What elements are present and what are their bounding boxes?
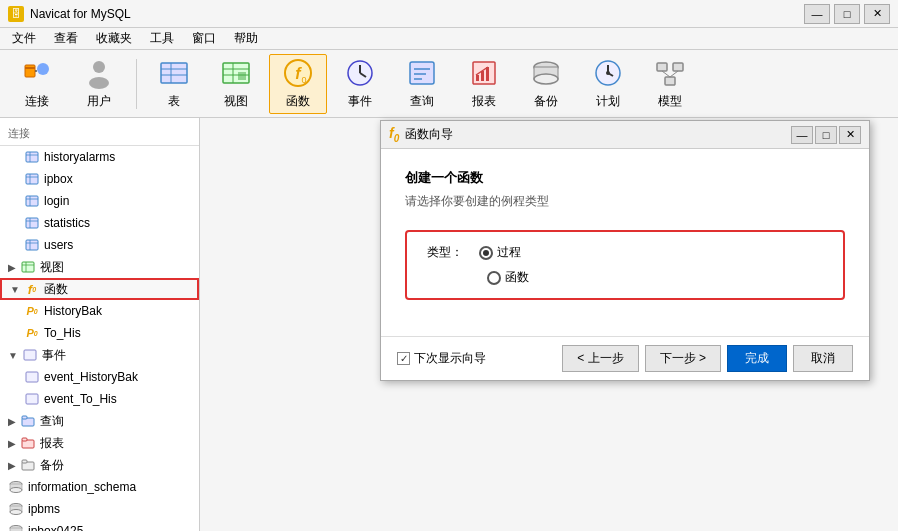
toolbar-query[interactable]: 查询 <box>393 54 451 114</box>
app-title: Navicat for MySQL <box>30 7 131 21</box>
dialog-title-text: 函数向导 <box>405 126 453 143</box>
tree-item-event-to-his[interactable]: event_To_His <box>16 388 199 410</box>
tree-item-historybak[interactable]: P0 HistoryBak <box>16 300 199 322</box>
toolbar-query-label: 查询 <box>410 93 434 110</box>
statistics-label: statistics <box>44 216 90 230</box>
toolbar-table-label: 表 <box>168 93 180 110</box>
toolbar-sep1 <box>136 59 137 109</box>
maximize-btn[interactable]: □ <box>834 4 860 24</box>
menu-favorites[interactable]: 收藏夹 <box>88 28 140 49</box>
tree-item-information-schema[interactable]: information_schema <box>0 476 199 498</box>
toolbar-view[interactable]: 视图 <box>207 54 265 114</box>
tree-item-event-historybak[interactable]: event_HistoryBak <box>16 366 199 388</box>
next-btn[interactable]: 下一步 > <box>645 345 721 372</box>
toolbar: 连接 用户 表 <box>0 50 898 118</box>
radio-procedure-label: 过程 <box>497 244 521 261</box>
tree-item-query[interactable]: ▶ 查询 <box>0 410 199 432</box>
radio-function[interactable]: 函数 <box>487 269 529 286</box>
db-icon3 <box>8 523 24 531</box>
svg-rect-54 <box>26 240 38 250</box>
toolbar-report[interactable]: 报表 <box>455 54 513 114</box>
dialog-maximize-btn[interactable]: □ <box>815 126 837 144</box>
back-btn[interactable]: < 上一步 <box>562 345 638 372</box>
event-to-his-label: event_To_His <box>44 392 117 406</box>
tree-item-historyalarms[interactable]: historyalarms <box>16 146 199 168</box>
func-row: 函数 <box>487 269 823 286</box>
toolbar-backup-label: 备份 <box>534 93 558 110</box>
svg-point-32 <box>534 74 558 84</box>
event-item-icon2 <box>24 391 40 407</box>
show-wizard-checkbox[interactable]: ✓ <box>397 352 410 365</box>
event-item-icon <box>24 369 40 385</box>
radio-function-label: 函数 <box>505 269 529 286</box>
tree-item-ipbms[interactable]: ipbms <box>0 498 199 520</box>
tree-item-users[interactable]: users <box>16 234 199 256</box>
tree-item-report[interactable]: ▶ 报表 <box>0 432 199 454</box>
func-wizard-dialog: f0 函数向导 — □ ✕ 创建一个函数 请选择你要创建的例程类型 类型： <box>380 120 870 381</box>
report-folder-icon <box>20 435 36 451</box>
view-group-arrow: ▶ <box>8 262 16 273</box>
finish-btn[interactable]: 完成 <box>727 345 787 372</box>
svg-rect-37 <box>657 63 667 71</box>
toolbar-table[interactable]: 表 <box>145 54 203 114</box>
backup-folder-icon <box>20 457 36 473</box>
svg-rect-42 <box>26 152 38 162</box>
tree-item-func-group[interactable]: ▼ f0 函数 <box>0 278 199 300</box>
toolbar-func[interactable]: f 0 函数 <box>269 54 327 114</box>
toolbar-connect[interactable]: 连接 <box>8 54 66 114</box>
svg-rect-28 <box>486 67 489 81</box>
dialog-title-icon: f0 <box>389 125 399 144</box>
report-arrow: ▶ <box>8 438 16 449</box>
func-icon: f 0 <box>282 57 314 89</box>
svg-line-40 <box>662 71 670 77</box>
dialog-title-bar: f0 函数向导 — □ ✕ <box>381 121 869 149</box>
dialog-minimize-btn[interactable]: — <box>791 126 813 144</box>
toolbar-report-label: 报表 <box>472 93 496 110</box>
tree-item-login[interactable]: login <box>16 190 199 212</box>
tree-item-backup[interactable]: ▶ 备份 <box>0 454 199 476</box>
menu-file[interactable]: 文件 <box>4 28 44 49</box>
tree-item-ipbox0425[interactable]: ipbox0425 <box>0 520 199 531</box>
tree-item-event-group[interactable]: ▼ 事件 <box>0 344 199 366</box>
dialog-close-btn[interactable]: ✕ <box>839 126 861 144</box>
func-group-arrow: ▼ <box>10 284 20 295</box>
svg-rect-0 <box>25 65 35 77</box>
menu-window[interactable]: 窗口 <box>184 28 224 49</box>
toolbar-event[interactable]: 事件 <box>331 54 389 114</box>
cancel-btn[interactable]: 取消 <box>793 345 853 372</box>
menu-view[interactable]: 查看 <box>46 28 86 49</box>
menu-tools[interactable]: 工具 <box>142 28 182 49</box>
db-icon <box>8 479 24 495</box>
toolbar-user[interactable]: 用户 <box>70 54 128 114</box>
connect-icon <box>21 57 53 89</box>
table-row-icon <box>24 171 40 187</box>
tree-item-view-group[interactable]: ▶ 视图 <box>0 256 199 278</box>
svg-rect-60 <box>24 350 36 360</box>
left-panel: 连接 historyalarms ipbox login <box>0 118 200 531</box>
footer-right: < 上一步 下一步 > 完成 取消 <box>562 345 853 372</box>
menu-help[interactable]: 帮助 <box>226 28 266 49</box>
svg-rect-62 <box>26 394 38 404</box>
event-group-icon <box>22 347 38 363</box>
svg-rect-45 <box>26 174 38 184</box>
radio-procedure[interactable]: 过程 <box>479 244 521 261</box>
backup-icon <box>530 57 562 89</box>
information-schema-label: information_schema <box>28 480 136 494</box>
ipbox0425-label: ipbox0425 <box>28 524 83 531</box>
db-icon2 <box>8 501 24 517</box>
type-label: 类型： <box>427 244 463 261</box>
svg-rect-48 <box>26 196 38 206</box>
svg-rect-66 <box>22 438 27 441</box>
toolbar-schedule[interactable]: 计划 <box>579 54 637 114</box>
panel-header: 连接 <box>0 122 199 146</box>
close-btn[interactable]: ✕ <box>864 4 890 24</box>
tree-item-ipbox[interactable]: ipbox <box>16 168 199 190</box>
title-bar-left: 🗄 Navicat for MySQL <box>8 6 131 22</box>
dialog-body: 创建一个函数 请选择你要创建的例程类型 类型： 过程 函数 <box>381 149 869 336</box>
tree-item-to-his[interactable]: P0 To_His <box>16 322 199 344</box>
minimize-btn[interactable]: — <box>804 4 830 24</box>
tree-item-statistics[interactable]: statistics <box>16 212 199 234</box>
query-folder-icon <box>20 413 36 429</box>
toolbar-model[interactable]: 模型 <box>641 54 699 114</box>
toolbar-backup[interactable]: 备份 <box>517 54 575 114</box>
